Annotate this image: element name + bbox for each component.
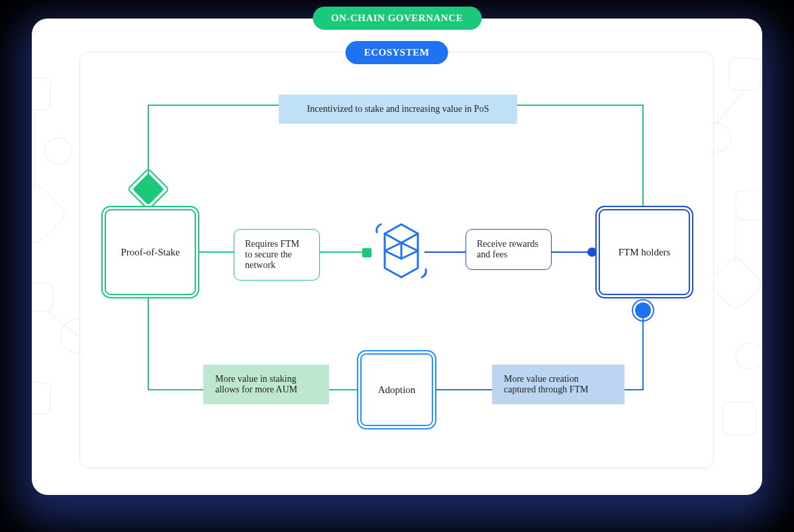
square-marker-icon (362, 248, 372, 257)
node-proof-of-stake: Proof-of-Stake (101, 206, 199, 298)
svg-rect-10 (736, 191, 762, 220)
fantom-cube-icon (372, 218, 431, 284)
svg-line-14 (716, 90, 745, 124)
svg-rect-8 (729, 58, 761, 90)
node-ftm-label: FTM holders (619, 247, 671, 258)
note-requires-ftm: Requires FTM to secure the network (234, 229, 320, 281)
circle-marker-icon (635, 302, 651, 318)
label-incentivized: Incentivized to stake and increasing val… (279, 95, 517, 124)
governance-pill: ON-CHAIN GOVERNANCE (313, 7, 481, 30)
svg-rect-2 (32, 181, 68, 247)
diamond-marker-icon (132, 173, 164, 205)
ecosystem-pill: ECOSYSTEM (346, 41, 448, 64)
svg-rect-0 (32, 78, 50, 110)
svg-rect-11 (708, 255, 762, 312)
ecosystem-panel: ECOSYSTEM Incentivized to stake and incr… (79, 52, 714, 468)
note-receive-rewards: Receive rewards and fees (466, 229, 552, 270)
svg-point-1 (45, 138, 72, 164)
svg-rect-5 (32, 382, 50, 414)
label-more-staking: More value in staking allows for more AU… (203, 365, 329, 404)
node-adoption: Adoption (357, 350, 436, 429)
label-value-creation: More value creation captured through FTM (492, 365, 624, 404)
node-ftm-holders: FTM holders (595, 206, 693, 298)
svg-point-12 (736, 343, 762, 369)
svg-rect-13 (722, 402, 756, 435)
svg-rect-3 (32, 283, 53, 311)
node-pos-label: Proof-of-Stake (121, 247, 179, 258)
governance-card: ON-CHAIN GOVERNANCE ECOSYSTEM Incentiviz… (32, 19, 762, 495)
node-adoption-label: Adoption (378, 384, 416, 396)
